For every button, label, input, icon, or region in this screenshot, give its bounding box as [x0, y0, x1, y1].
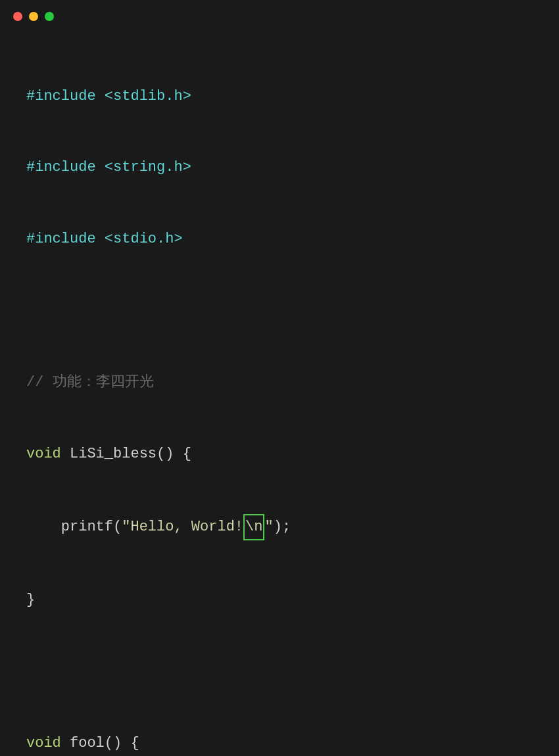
- line-include1: #include <stdlib.h>: [26, 85, 533, 108]
- code-editor[interactable]: #include <stdlib.h> #include <string.h> …: [0, 30, 559, 756]
- line-func1-body1: printf("Hello, World!\n");: [26, 514, 533, 540]
- window: #include <stdlib.h> #include <string.h> …: [0, 0, 559, 756]
- titlebar: [0, 0, 559, 30]
- line-blank2: [26, 660, 533, 684]
- line-include2: #include <string.h>: [26, 156, 533, 179]
- close-button[interactable]: [13, 12, 22, 21]
- line-func1-def: void LiSi_bless() {: [26, 442, 533, 466]
- line-func2-def: void fool() {: [26, 732, 533, 755]
- cursor-highlight: \n: [243, 514, 264, 540]
- minimize-button[interactable]: [29, 12, 38, 21]
- maximize-button[interactable]: [45, 12, 54, 21]
- line-comment1: // 功能：李四开光: [26, 371, 533, 394]
- line-include3: #include <stdio.h>: [26, 227, 533, 251]
- line-blank1: [26, 299, 533, 323]
- line-func1-close: }: [26, 588, 533, 612]
